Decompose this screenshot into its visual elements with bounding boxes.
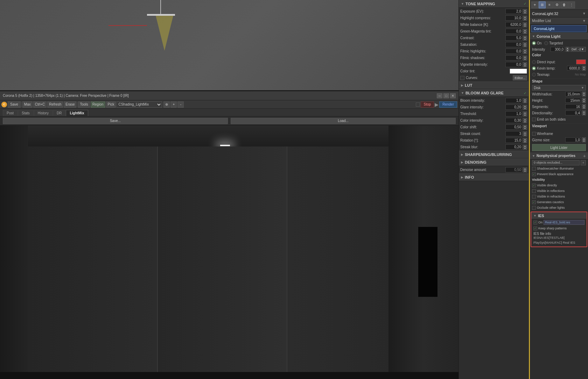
curves-editor-button[interactable]: Editor... bbox=[513, 75, 527, 80]
highlight-up[interactable]: ▲ bbox=[523, 16, 527, 18]
cs-up[interactable]: ▲ bbox=[523, 125, 527, 127]
seg-value[interactable]: 16 bbox=[565, 104, 581, 109]
denoising-header[interactable]: ▶ DENOISING bbox=[459, 158, 528, 166]
intensity-up[interactable]: ▲ bbox=[566, 47, 569, 49]
keep-sharp-check[interactable]: ✓ bbox=[533, 227, 537, 230]
settings-button[interactable]: ⚙ bbox=[553, 1, 560, 8]
erase-button[interactable]: Erase bbox=[64, 101, 76, 108]
restore-button[interactable]: □ bbox=[443, 93, 449, 98]
stop-button[interactable]: Stop bbox=[421, 101, 434, 108]
wireframe-check[interactable] bbox=[532, 132, 536, 136]
emit-check[interactable] bbox=[532, 117, 536, 121]
sat-down[interactable]: ▼ bbox=[523, 45, 527, 47]
vis-refl-check[interactable] bbox=[532, 189, 536, 193]
direct-color-swatch[interactable] bbox=[576, 59, 586, 64]
gizmo-down[interactable]: ▼ bbox=[582, 140, 586, 142]
wb-down[interactable]: ▼ bbox=[523, 25, 527, 27]
bi-up[interactable]: ▲ bbox=[523, 98, 527, 101]
height-value[interactable]: 15mm bbox=[565, 98, 581, 103]
occlude-check[interactable] bbox=[532, 206, 536, 210]
texmap-radio[interactable] bbox=[532, 73, 536, 77]
bi-down[interactable]: ▼ bbox=[523, 101, 527, 103]
kelvin-down[interactable]: ▼ bbox=[582, 68, 586, 71]
ies-header[interactable]: ▼ IES bbox=[531, 212, 587, 219]
gizmo-up[interactable]: ▲ bbox=[582, 137, 586, 140]
on-radio[interactable] bbox=[532, 41, 536, 45]
zoom-fit-button[interactable]: ⊕ bbox=[163, 101, 170, 108]
cs-down[interactable]: ▼ bbox=[523, 127, 527, 130]
intensity-unit-dropdown[interactable]: Def. -2▼ bbox=[570, 47, 586, 52]
curves-check[interactable] bbox=[460, 76, 464, 80]
tab-stats[interactable]: Stats bbox=[18, 110, 34, 116]
ci-down[interactable]: ▼ bbox=[523, 121, 527, 123]
zoom-in-button[interactable]: + bbox=[170, 101, 177, 108]
sc-up[interactable]: ▲ bbox=[523, 131, 527, 134]
rot-down[interactable]: ▼ bbox=[523, 141, 527, 143]
height-down[interactable]: ▼ bbox=[582, 100, 586, 103]
dir-down[interactable]: ▼ bbox=[582, 113, 586, 115]
intensity-value[interactable]: 300,0 bbox=[551, 47, 565, 52]
tab-history[interactable]: History bbox=[34, 110, 52, 116]
contrast-down[interactable]: ▼ bbox=[523, 38, 527, 41]
th-down[interactable]: ▼ bbox=[523, 114, 527, 116]
kelvin-up[interactable]: ▲ bbox=[582, 66, 586, 68]
vis-direct-check[interactable]: ✓ bbox=[532, 184, 536, 187]
nonphysical-header[interactable]: ▼ Nonphysical properties + bbox=[530, 152, 588, 159]
caustics-check[interactable]: ✓ bbox=[532, 200, 536, 204]
seg-down[interactable]: ▼ bbox=[582, 107, 586, 109]
highlight-down[interactable]: ▼ bbox=[523, 18, 527, 21]
minimize-button[interactable]: ─ bbox=[437, 93, 442, 98]
kelvin-value[interactable]: 6000,0 bbox=[567, 66, 581, 71]
delete-button[interactable]: 🗑 bbox=[561, 1, 568, 8]
info-header[interactable]: ▶ INFO bbox=[459, 173, 528, 181]
vis-refr-check[interactable] bbox=[532, 195, 536, 199]
lut-header[interactable]: ▶ LUT bbox=[459, 81, 528, 89]
zoom-out-button[interactable]: - bbox=[177, 101, 184, 108]
wr-value[interactable]: 15,0mm bbox=[565, 92, 581, 96]
exposure-down[interactable]: ▼ bbox=[523, 12, 527, 14]
gi-down[interactable]: ▼ bbox=[523, 107, 527, 110]
prevent-black-check[interactable]: ✓ bbox=[532, 172, 536, 176]
kelvin-radio[interactable] bbox=[532, 66, 536, 70]
fh-down[interactable]: ▼ bbox=[523, 51, 527, 54]
ies-file-button[interactable]: Real-IES_bold.ies bbox=[544, 220, 584, 225]
gizmo-value[interactable]: 1,0 bbox=[565, 137, 581, 142]
load-lightmix-button[interactable]: Load... bbox=[231, 118, 456, 124]
options-button[interactable]: ⋮ bbox=[568, 1, 575, 8]
direct-radio[interactable] bbox=[532, 60, 536, 64]
wr-down[interactable]: ▼ bbox=[582, 94, 586, 96]
refresh-button[interactable]: Refresh bbox=[47, 101, 63, 108]
height-up[interactable]: ▲ bbox=[582, 98, 586, 100]
contrast-up[interactable]: ▲ bbox=[523, 36, 527, 38]
fs-up[interactable]: ▲ bbox=[523, 56, 527, 58]
gm-down[interactable]: ▼ bbox=[523, 31, 527, 34]
dir-value[interactable]: 0,4 bbox=[565, 110, 581, 115]
gi-up[interactable]: ▲ bbox=[523, 105, 527, 107]
pick-button[interactable]: Pick bbox=[106, 101, 116, 108]
excluded-plus[interactable]: + bbox=[581, 160, 586, 165]
ies-on-check[interactable]: ✓ bbox=[533, 221, 537, 224]
color-tint-swatch[interactable] bbox=[510, 69, 527, 74]
sharpening-header[interactable]: ▶ SHARPENING/BLURRING bbox=[459, 151, 528, 158]
targeted-radio[interactable] bbox=[544, 41, 548, 45]
corona-light-section-header[interactable]: ▼ Corona Light bbox=[530, 33, 588, 40]
wb-up[interactable]: ▲ bbox=[523, 22, 527, 25]
shader-select[interactable]: CShading_LightMix bbox=[117, 101, 162, 108]
rot-up[interactable]: ▲ bbox=[523, 138, 527, 141]
fh-up[interactable]: ▲ bbox=[523, 49, 527, 51]
gm-up[interactable]: ▲ bbox=[523, 29, 527, 31]
sb-up[interactable]: ▲ bbox=[523, 145, 527, 147]
tone-mapping-header[interactable]: ▼ TONE MAPPING ✓ bbox=[459, 0, 528, 8]
region-button[interactable]: Region bbox=[91, 101, 105, 108]
save-lightmix-button[interactable]: Save... bbox=[3, 118, 228, 124]
vi-up[interactable]: ▲ bbox=[523, 62, 527, 65]
nonphysical-plus[interactable]: + bbox=[583, 153, 586, 158]
render-button[interactable]: Render bbox=[439, 101, 457, 108]
ci-up[interactable]: ▲ bbox=[523, 118, 527, 121]
max-button[interactable]: Max bbox=[22, 101, 33, 108]
excluded-button[interactable]: 0 objects excluded... bbox=[532, 160, 580, 165]
ctrlc-button[interactable]: Ctrl+C bbox=[33, 101, 47, 108]
dir-up[interactable]: ▲ bbox=[582, 110, 586, 113]
sc-down[interactable]: ▼ bbox=[523, 134, 527, 136]
sb-down[interactable]: ▼ bbox=[523, 147, 527, 150]
